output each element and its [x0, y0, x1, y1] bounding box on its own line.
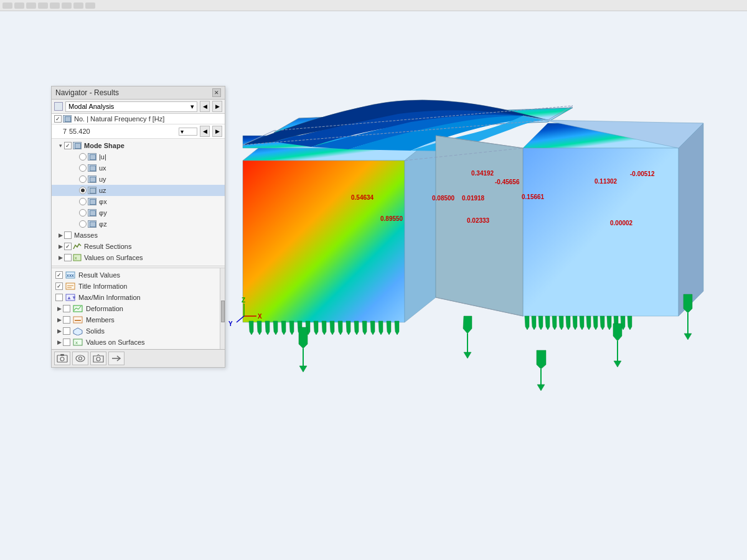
bottom-item-deformation[interactable]: ▶ Deformation: [52, 303, 225, 314]
bottom-item-result-values[interactable]: xxx Result Values: [52, 269, 225, 281]
expander-values-surfaces[interactable]: ▶: [57, 254, 64, 261]
next-arrow-button[interactable]: ▶: [212, 101, 222, 112]
values-surfaces-label: Values on Surfaces: [84, 254, 143, 261]
expander-deformation[interactable]: ▶: [55, 305, 63, 312]
freq-next-button[interactable]: ▶: [212, 126, 222, 137]
bottom-item-values-surfaces[interactable]: ▶ x Values on Surfaces: [52, 337, 225, 348]
nav-bottom-section: xxx Result Values Title Information ▲▼ M…: [52, 268, 225, 349]
tree-item-values-surfaces[interactable]: ▶ x Values on Surfaces: [52, 252, 225, 263]
bottom-item-title-info[interactable]: Title Information: [52, 281, 225, 292]
radio-phiz[interactable]: [79, 220, 87, 228]
svg-text:0.34192: 0.34192: [471, 170, 494, 177]
expander-result-sections[interactable]: ▶: [57, 243, 64, 250]
values-surfaces-icon-tree: x: [73, 254, 82, 261]
svg-text:x: x: [75, 340, 78, 345]
expander-members[interactable]: ▶: [55, 316, 63, 324]
checkbox-values-surfaces-bottom[interactable]: [63, 338, 70, 346]
checkbox-title-info[interactable]: [55, 282, 63, 290]
u-abs-label: |u|: [99, 153, 106, 161]
result-values-label: Result Values: [78, 271, 120, 279]
checkbox-masses[interactable]: [64, 231, 72, 239]
solids-icon: [73, 327, 83, 335]
result-values-icon: xxx: [65, 271, 75, 279]
checkbox-result-values[interactable]: [55, 271, 63, 279]
camera-button[interactable]: [90, 352, 106, 365]
freq-value: 55.420: [69, 128, 176, 135]
uz-label: uz: [99, 187, 106, 194]
scrollbar[interactable]: [220, 268, 225, 349]
checkbox-solids[interactable]: [63, 327, 70, 335]
expander-solids[interactable]: ▶: [55, 327, 63, 335]
svg-marker-2: [243, 161, 405, 322]
analysis-dropdown[interactable]: Modal Analysis ▾: [65, 101, 197, 112]
toolbar-item: [50, 2, 60, 9]
uz-icon: [88, 187, 96, 194]
radio-u-abs[interactable]: [79, 153, 87, 161]
expander-masses[interactable]: ▶: [57, 231, 64, 239]
uy-label: uy: [99, 175, 106, 183]
svg-marker-36: [299, 327, 308, 348]
frequency-row: 7 55.420 ▾ ◀ ▶: [52, 124, 225, 139]
radio-uz[interactable]: [79, 187, 87, 194]
tree-item-uy[interactable]: uy: [52, 174, 225, 185]
tree-item-ux[interactable]: ux: [52, 162, 225, 174]
toolbar-item: [14, 2, 24, 9]
checkbox-mode-shape[interactable]: [64, 142, 72, 149]
tree-item-phiy[interactable]: φy: [52, 207, 225, 218]
bottom-item-maxmin[interactable]: ▲▼ Max/Min Information: [52, 292, 225, 303]
arrow-button[interactable]: [108, 352, 125, 365]
prev-arrow-button[interactable]: ◀: [200, 101, 210, 112]
photo-button[interactable]: [54, 352, 70, 365]
radio-uy[interactable]: [79, 175, 87, 183]
radio-ux[interactable]: [79, 164, 87, 172]
mode-shape-label: Mode Shape: [84, 142, 125, 149]
title-info-label: Title Information: [78, 282, 127, 290]
svg-marker-14: [436, 136, 523, 316]
tree-item-mode-shape[interactable]: ▾ Mode Shape: [52, 140, 225, 151]
bottom-item-solids[interactable]: ▶ Solids: [52, 325, 225, 337]
toolbar-item: [85, 2, 95, 9]
checkbox-members[interactable]: [63, 316, 70, 324]
scroll-thumb[interactable]: [221, 301, 225, 322]
navigator-title-bar: Navigator - Results ✕: [52, 86, 225, 100]
freq-prev-button[interactable]: ◀: [200, 126, 210, 137]
top-toolbar: [0, 0, 747, 11]
freq-checkbox[interactable]: [54, 115, 62, 123]
checkbox-result-sections[interactable]: [64, 243, 72, 250]
phiy-label: φy: [99, 209, 107, 217]
freq-select-dropdown[interactable]: ▾: [179, 128, 197, 136]
expander-mode-shape[interactable]: ▾: [57, 142, 64, 149]
svg-text:0.89550: 0.89550: [380, 215, 403, 222]
tree-item-result-sections[interactable]: ▶ Result Sections: [52, 241, 225, 252]
spacer: [72, 198, 79, 205]
u-abs-icon: [88, 153, 96, 161]
maxmin-icon: ▲▼: [65, 293, 75, 302]
toolbar-item: [62, 2, 72, 9]
spacer: [72, 187, 79, 194]
svg-text:0.02333: 0.02333: [467, 217, 490, 224]
tree-item-phiz[interactable]: φz: [52, 218, 225, 230]
checkbox-maxmin[interactable]: [55, 294, 63, 301]
phiz-icon: [88, 220, 96, 228]
tree-item-uz[interactable]: uz: [52, 185, 225, 196]
radio-phiy[interactable]: [79, 209, 87, 217]
tree-item-masses[interactable]: ▶ Masses: [52, 230, 225, 241]
dropdown-label: Modal Analysis: [68, 103, 114, 110]
eye-button[interactable]: [72, 352, 88, 365]
svg-text:x: x: [75, 256, 77, 260]
checkbox-values-surfaces[interactable]: [64, 254, 72, 261]
radio-phix[interactable]: [79, 198, 87, 205]
svg-point-103: [76, 355, 85, 362]
close-button[interactable]: ✕: [212, 88, 221, 97]
modal-analysis-icon: [54, 102, 63, 111]
toolbar-item: [2, 2, 12, 9]
deformation-icon: [73, 304, 83, 313]
checkbox-deformation[interactable]: [63, 305, 70, 312]
tree-item-phix[interactable]: φx: [52, 196, 225, 207]
tree-item-u-abs[interactable]: |u|: [52, 151, 225, 162]
navigator-title: Navigator - Results: [55, 88, 119, 97]
bottom-item-members[interactable]: ▶ Members: [52, 314, 225, 325]
phiz-label: φz: [99, 220, 107, 228]
toolbar-item: [38, 2, 48, 9]
expander-values-surfaces-bottom[interactable]: ▶: [55, 338, 63, 346]
